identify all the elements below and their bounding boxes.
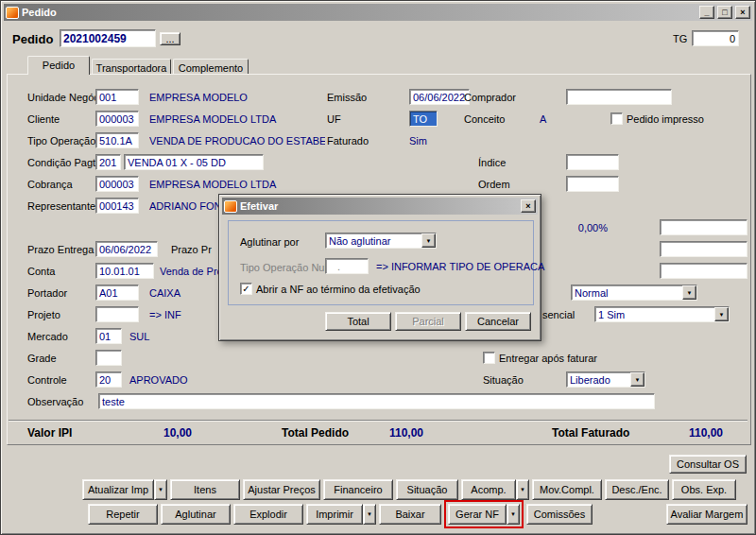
totals-top-separator xyxy=(9,420,747,422)
observacao-input[interactable]: teste xyxy=(98,393,655,409)
presencial-dropdown[interactable]: 1 Sim ▼ xyxy=(594,306,730,322)
dropdown-arrow-icon[interactable]: ▼ xyxy=(421,233,436,248)
imprimir-button[interactable]: Imprimir xyxy=(306,504,363,525)
dialog-close-button[interactable]: × xyxy=(521,199,536,213)
maximize-button[interactable]: □ xyxy=(717,6,732,19)
dropdown-arrow-icon[interactable]: ▼ xyxy=(682,285,696,300)
controle-label: Controle xyxy=(27,374,67,386)
itens-button[interactable]: Itens xyxy=(170,479,240,500)
tipo-operacao-desc: VENDA DE PRODUCAO DO ESTABELECIMEI xyxy=(149,135,325,147)
cliente-label: Cliente xyxy=(27,113,60,125)
portador-input[interactable]: A01 xyxy=(95,285,139,301)
aglutinar-por-dropdown[interactable]: Não aglutinar ▼ xyxy=(325,233,437,249)
situacao-value: Liberado xyxy=(567,372,630,388)
pedido-lookup-button[interactable]: ... xyxy=(160,32,180,45)
gerar-nf-button[interactable]: Gerar NF xyxy=(448,504,507,525)
minimize-button[interactable]: _ xyxy=(699,6,714,19)
abrir-nf-label: Abrir a NF ao término da efetivação xyxy=(256,284,421,295)
baixar-button[interactable]: Baixar xyxy=(379,504,441,525)
pedido-impresso-checkbox[interactable] xyxy=(610,112,623,125)
conceito-label: Conceito xyxy=(464,113,505,125)
close-button[interactable]: × xyxy=(735,6,750,19)
portador-desc: CAIXA xyxy=(149,287,180,299)
situacao-button[interactable]: Situação xyxy=(396,479,458,500)
gerar-nf-dropdown-arrow-icon[interactable]: ▼ xyxy=(507,504,520,525)
uf-input[interactable]: TO xyxy=(409,111,438,127)
observacao-label: Observação xyxy=(27,396,83,407)
financeiro-button[interactable]: Financeiro xyxy=(323,479,393,500)
entregar-apos-faturar-checkbox[interactable] xyxy=(483,352,495,364)
tipo-operacao-nulo-hint: => INFORMAR TIPO DE OPERACA xyxy=(376,261,544,272)
tipo-frete-dropdown[interactable]: Normal ▼ xyxy=(571,285,697,301)
cancelar-button[interactable]: Cancelar xyxy=(465,312,531,331)
indice-label: Índice xyxy=(478,157,506,168)
dropdown-arrow-icon[interactable]: ▼ xyxy=(630,372,644,387)
emissao-input[interactable]: 06/06/2022 xyxy=(409,89,470,105)
cobranca-input[interactable]: 000003 xyxy=(95,176,139,192)
tipo-operacao-input[interactable]: 510.1A xyxy=(95,132,139,148)
conta-desc: Venda de Pro xyxy=(160,266,223,277)
portador-label: Portador xyxy=(27,287,67,299)
condicao-pagto-label: Condição Pagto. xyxy=(27,157,104,168)
situacao-dropdown[interactable]: Liberado ▼ xyxy=(566,371,645,388)
imprimir-dropdown-arrow-icon[interactable]: ▼ xyxy=(363,504,376,525)
tab-complemento[interactable]: Complemento xyxy=(173,59,249,74)
avaliar-margem-button[interactable]: Avaliar Margem xyxy=(666,504,747,525)
acomp-button[interactable]: Acomp. xyxy=(461,479,516,500)
pedido-number-input[interactable]: 2021002459 xyxy=(60,29,156,47)
tipo-operacao-label: Tipo Operação xyxy=(27,135,95,147)
mercado-desc: SUL xyxy=(129,331,149,342)
dialog-app-icon xyxy=(224,200,237,213)
situacao-label: Situação xyxy=(483,374,524,386)
prazo-entrega-input[interactable]: 06/06/2022 xyxy=(95,241,158,257)
right-field-3[interactable] xyxy=(660,263,747,279)
right-field-1[interactable] xyxy=(660,219,747,235)
dropdown-arrow-icon[interactable]: ▼ xyxy=(714,307,729,321)
conta-input[interactable]: 10.01.01 xyxy=(95,263,154,279)
representante-input[interactable]: 000143 xyxy=(95,198,139,214)
aglutinar-por-label: Aglutinar por xyxy=(240,236,299,248)
entregar-apos-faturar-label: Entregar após faturar xyxy=(499,353,597,364)
ajustar-precos-button[interactable]: Ajustar Preços xyxy=(243,479,320,500)
cliente-input[interactable]: 000003 xyxy=(95,111,139,127)
presencial-value: 1 Sim xyxy=(595,307,714,322)
dialog-title: Efetivar xyxy=(240,200,518,212)
mov-compl-button[interactable]: Mov.Compl. xyxy=(532,479,602,500)
window-title: Pedido xyxy=(22,7,696,18)
obs-exp-button[interactable]: Obs. Exp. xyxy=(672,479,736,500)
comissoes-button[interactable]: Comissões xyxy=(526,504,593,525)
aglutinar-button[interactable]: Aglutinar xyxy=(161,504,231,525)
controle-input[interactable]: 20 xyxy=(95,371,122,388)
pedido-field-label: Pedido xyxy=(12,32,53,46)
efetivar-dialog: Efetivar × Aglutinar por Não aglutinar ▼… xyxy=(218,194,541,341)
projeto-input[interactable] xyxy=(95,306,139,322)
conta-label: Conta xyxy=(27,266,55,277)
condicao-pagto-input[interactable]: 201 xyxy=(95,154,121,170)
acomp-dropdown-arrow-icon[interactable]: ▼ xyxy=(516,479,529,500)
explodir-button[interactable]: Explodir xyxy=(233,504,303,525)
grade-input[interactable] xyxy=(95,350,122,366)
aglutinar-por-value: Não aglutinar xyxy=(326,233,421,249)
condicao-pagto-desc-input[interactable]: VENDA 01 X - 05 DD xyxy=(124,154,264,170)
action-row-2: Repetir Aglutinar Explodir Imprimir ▼ Ba… xyxy=(88,504,747,525)
right-field-2[interactable] xyxy=(660,241,747,257)
faturado-value: Sim xyxy=(409,135,427,147)
atualizar-imp-button[interactable]: Atualizar Imp xyxy=(82,479,154,500)
consultar-os-button[interactable]: Consultar OS xyxy=(669,455,747,474)
desc-enc-button[interactable]: Desc./Enc. xyxy=(605,479,669,500)
ordem-input[interactable] xyxy=(566,176,619,192)
mercado-input[interactable]: 01 xyxy=(95,328,122,344)
minimize-icon: _ xyxy=(704,8,709,17)
total-button[interactable]: Total xyxy=(325,312,391,331)
abrir-nf-checkbox[interactable]: ✓ xyxy=(240,283,252,295)
unidade-negocio-input[interactable]: 001 xyxy=(95,89,139,105)
comprador-input[interactable] xyxy=(566,89,672,105)
tab-transportadora[interactable]: Transportadora xyxy=(92,59,171,74)
atualizar-imp-dropdown-arrow-icon[interactable]: ▼ xyxy=(154,479,167,500)
tg-input[interactable]: 0 xyxy=(692,30,739,46)
indice-input[interactable] xyxy=(566,154,619,170)
tab-pedido[interactable]: Pedido xyxy=(27,56,90,75)
unidade-negocio-desc: EMPRESA MODELO xyxy=(149,92,248,103)
tg-label: TG xyxy=(673,33,687,44)
repetir-button[interactable]: Repetir xyxy=(88,504,158,525)
